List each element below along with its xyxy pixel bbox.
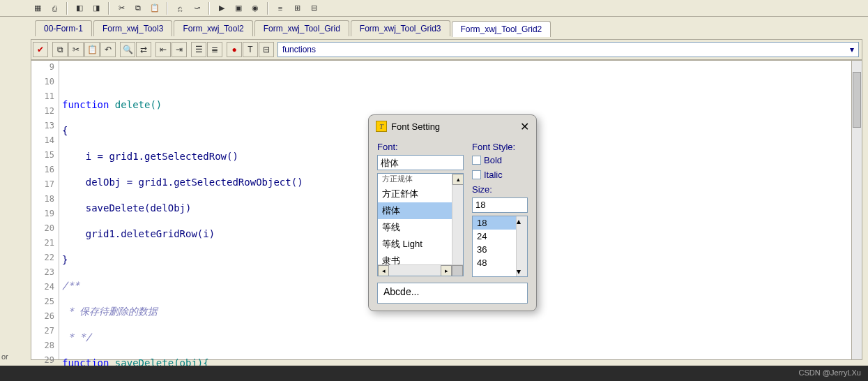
editor-vertical-scrollbar[interactable] (851, 60, 862, 360)
function-selector-value: functions (282, 45, 316, 54)
side-label: or (1, 352, 8, 361)
editor-toolbar: ✔ ⧉ ✂ 📋 ↶ 🔍 ⇄ ⇤ ⇥ ☰ ≣ ● T ⊟ functions ▾ (31, 39, 862, 60)
find-icon[interactable]: 🔍 (120, 42, 135, 57)
document-tabs: 00-Form-1 Form_xwj_Tool3 Form_xwj_Tool2 … (0, 17, 868, 36)
scroll-right-icon[interactable]: ▸ (441, 265, 452, 276)
tab-tool3[interactable]: Form_xwj_Tool3 (93, 20, 172, 36)
italic-checkbox[interactable]: Italic (472, 170, 528, 180)
toolbar-btn[interactable]: ⤻ (190, 2, 203, 15)
toolbar-btn[interactable]: ⎌ (174, 2, 186, 15)
font-list-hscroll[interactable]: ◂ ▸ (378, 264, 463, 276)
font-option-selected[interactable]: 楷体 (378, 202, 463, 219)
function-selector[interactable]: functions ▾ (277, 42, 859, 57)
size-label: Size: (472, 184, 528, 195)
text-icon[interactable]: T (243, 42, 258, 57)
tab-grid3[interactable]: Form_xwj_Tool_Grid3 (351, 20, 450, 36)
toolbar-btn[interactable]: ◧ (73, 2, 86, 15)
font-listbox[interactable]: 方正规体 方正舒体 楷体 等线 等线 Light 隶书 黑体 ▴ ◂ (377, 173, 464, 276)
breakpoint-icon[interactable]: ● (227, 42, 242, 57)
indent-icon[interactable]: ⇤ (155, 42, 171, 57)
font-label: Font: (377, 142, 464, 152)
scroll-up-icon[interactable]: ▴ (517, 216, 527, 226)
outdent-icon[interactable]: ⇥ (172, 42, 187, 57)
font-option[interactable]: 方正舒体 (378, 186, 463, 202)
scroll-down-icon[interactable]: ▾ (517, 267, 521, 276)
style-label: Font Style: (472, 142, 528, 152)
undo-icon[interactable]: ↶ (100, 42, 116, 57)
line-gutter: 9101112131415161718192021222324252627282… (31, 61, 59, 359)
tab-grid[interactable]: Form_xwj_Tool_Grid (254, 20, 349, 36)
toolbar-btn[interactable]: ⊟ (307, 2, 320, 15)
font-dialog-icon: T (376, 121, 387, 132)
list-icon[interactable]: ☰ (191, 42, 206, 57)
size-list-vscroll[interactable]: ▴ ▾ (516, 216, 527, 276)
font-list-vscroll[interactable]: ▴ (452, 174, 463, 264)
scroll-up-icon[interactable]: ▴ (452, 174, 464, 185)
paste-icon[interactable]: 📋 (149, 2, 161, 15)
tree-icon[interactable]: ⊟ (259, 42, 274, 57)
toolbar-btn[interactable]: ▦ (31, 2, 44, 15)
replace-icon[interactable]: ⇄ (136, 42, 151, 57)
tab-form-1[interactable]: 00-Form-1 (35, 20, 92, 36)
watermark-text: CSDN @JerryLXu (799, 368, 861, 377)
tab-grid2[interactable]: Form_xwj_Tool_Grid2 (452, 21, 551, 37)
font-setting-dialog: T Font Setting ✕ Font: 楷体 方正规体 方正舒体 楷体 等… (368, 114, 537, 311)
bold-checkbox[interactable]: Bold (472, 155, 528, 165)
format-icon[interactable]: ≣ (207, 42, 222, 57)
dialog-title-text: Font Setting (391, 121, 440, 132)
tab-tool2[interactable]: Form_xwj_Tool2 (174, 20, 252, 36)
font-option[interactable]: 等线 Light (378, 236, 463, 253)
toolbar-btn[interactable]: ◨ (90, 2, 102, 15)
copy-icon[interactable]: ⧉ (52, 42, 68, 57)
toolbar-btn[interactable]: ◉ (249, 2, 261, 15)
close-icon[interactable]: ✕ (520, 120, 529, 133)
font-option[interactable]: 等线 (378, 219, 463, 236)
toolbar-btn[interactable]: ≡ (274, 2, 287, 15)
font-preview: Abcde... (377, 283, 528, 304)
dialog-titlebar[interactable]: T Font Setting ✕ (369, 115, 536, 137)
scroll-corner (452, 265, 463, 276)
run-icon[interactable]: ▶ (215, 2, 228, 15)
size-input[interactable]: 18 (472, 197, 528, 213)
paste-icon[interactable]: 📋 (84, 42, 100, 57)
toolbar-btn[interactable]: ⊞ (291, 2, 303, 15)
check-icon[interactable]: ✔ (33, 42, 48, 57)
font-input[interactable]: 楷体 (377, 155, 464, 170)
cut-icon[interactable]: ✂ (68, 42, 84, 57)
scrollbar-thumb[interactable] (853, 72, 861, 128)
font-option[interactable]: 方正规体 (378, 174, 463, 186)
chevron-down-icon: ▾ (850, 45, 854, 54)
size-listbox[interactable]: 18 24 36 48 ▴ ▾ (472, 216, 528, 277)
toolbar-btn[interactable]: ▣ (232, 2, 245, 15)
scroll-left-icon[interactable]: ◂ (378, 265, 389, 276)
cut-icon[interactable]: ✂ (115, 2, 128, 15)
copy-icon[interactable]: ⧉ (132, 2, 144, 15)
status-bar: CSDN @JerryLXu (0, 366, 868, 381)
main-toolbar: ▦ ⎙ ◧ ◨ ✂ ⧉ 📋 ⎌ ⤻ ▶ ▣ ◉ ≡ ⊞ ⊟ (0, 0, 868, 17)
print-icon[interactable]: ⎙ (48, 2, 61, 15)
